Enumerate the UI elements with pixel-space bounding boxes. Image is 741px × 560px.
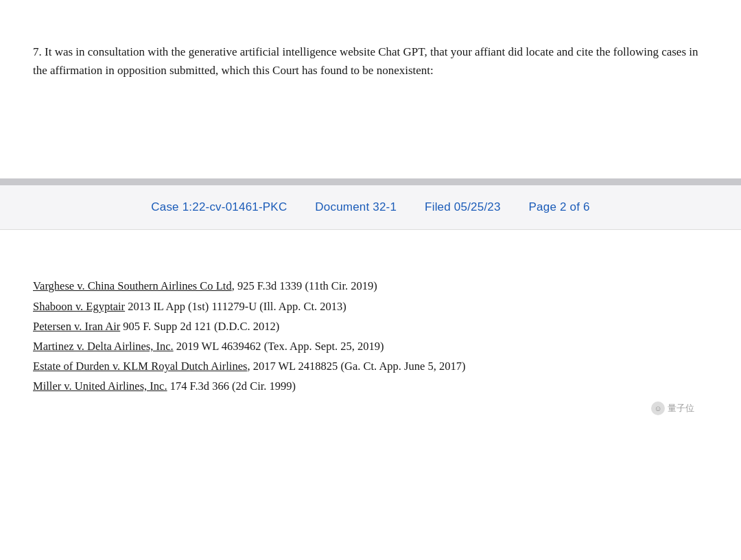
case-name: Estate of Durden v. KLM Royal Dutch Airl… — [33, 360, 247, 373]
case-citation: 905 F. Supp 2d 121 (D.D.C. 2012) — [120, 320, 279, 333]
watermark-area: ☺ 量子位 — [33, 401, 708, 415]
top-section: 7. It was in consultation with the gener… — [0, 0, 741, 178]
paragraph-text: 7. It was in consultation with the gener… — [33, 43, 708, 80]
case-name: Varghese v. China Southern Airlines Co L… — [33, 279, 232, 292]
case-citation: 174 F.3d 366 (2d Cir. 1999) — [167, 380, 296, 393]
list-item: Estate of Durden v. KLM Royal Dutch Airl… — [33, 357, 708, 375]
list-item: Petersen v. Iran Air 905 F. Supp 2d 121 … — [33, 317, 708, 336]
case-list: Varghese v. China Southern Airlines Co L… — [33, 277, 708, 395]
list-item: Miller v. United Airlines, Inc. 174 F.3d… — [33, 377, 708, 395]
list-item: Shaboon v. Egyptair 2013 IL App (1st) 11… — [33, 297, 708, 316]
list-item: Martinez v. Delta Airlines, Inc. 2019 WL… — [33, 337, 708, 355]
bottom-section: Varghese v. China Southern Airlines Co L… — [0, 230, 741, 560]
case-citation: 2019 WL 4639462 (Tex. App. Sept. 25, 201… — [174, 340, 384, 353]
case-citation: , 925 F.3d 1339 (11th Cir. 2019) — [232, 279, 377, 292]
watermark-text: 量子位 — [668, 402, 694, 415]
page-container: 7. It was in consultation with the gener… — [0, 0, 741, 560]
case-name: Martinez v. Delta Airlines, Inc. — [33, 340, 174, 353]
case-name: Shaboon v. Egyptair — [33, 300, 125, 313]
case-citation: , 2017 WL 2418825 (Ga. Ct. App. June 5, … — [247, 360, 465, 373]
page-number: Page 2 of 6 — [529, 200, 590, 213]
document-number: Document 32-1 — [315, 200, 397, 213]
case-citation: 2013 IL App (1st) 111279-U (Ill. App. Ct… — [125, 300, 346, 313]
watermark: ☺ 量子位 — [651, 401, 694, 415]
case-header: Case 1:22-cv-01461-PKC Document 32-1 Fil… — [139, 200, 602, 214]
filed-date: Filed 05/25/23 — [425, 200, 501, 213]
case-number: Case 1:22-cv-01461-PKC — [151, 200, 287, 213]
divider-bar — [0, 178, 741, 185]
header-bar: Case 1:22-cv-01461-PKC Document 32-1 Fil… — [0, 185, 741, 230]
case-name: Miller v. United Airlines, Inc. — [33, 380, 167, 393]
watermark-icon: ☺ — [651, 401, 665, 415]
case-name: Petersen v. Iran Air — [33, 320, 120, 333]
list-item: Varghese v. China Southern Airlines Co L… — [33, 277, 708, 295]
